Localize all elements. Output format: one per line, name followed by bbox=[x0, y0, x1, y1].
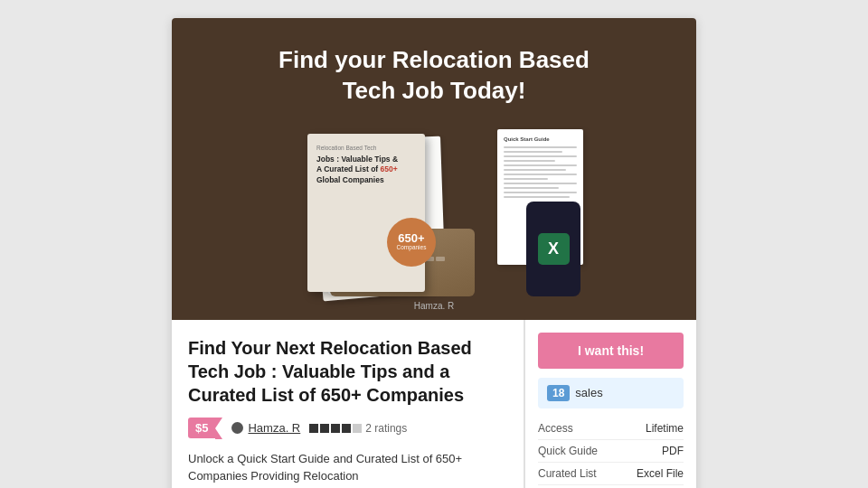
star-3 bbox=[331, 424, 340, 433]
curated-list-value: Excel File bbox=[619, 462, 684, 484]
phone-device: X bbox=[526, 202, 580, 296]
badge-650: 650+ Companies bbox=[387, 218, 436, 267]
quick-guide-row: Quick Guide PDF bbox=[538, 439, 684, 462]
rating-count: 2 ratings bbox=[365, 422, 407, 435]
curated-list-row: Curated List Excel File bbox=[538, 462, 684, 484]
info-table: Access Lifetime Quick Guide PDF Curated … bbox=[538, 418, 684, 485]
hero-section: Find your Relocation Based Tech Job Toda… bbox=[172, 18, 696, 320]
access-value: Lifetime bbox=[619, 418, 684, 440]
product-title: Find Your Next Relocation Based Tech Job… bbox=[188, 336, 507, 407]
price-tag: $5 bbox=[188, 418, 215, 438]
author-link[interactable]: Hamza. R bbox=[248, 421, 300, 435]
access-row: Access Lifetime bbox=[538, 418, 684, 440]
author-info: Hamza. R bbox=[231, 421, 300, 435]
book-cover: Relocation Based Tech Jobs : Valuable Ti… bbox=[307, 134, 425, 292]
hero-title: Find your Relocation Based Tech Job Toda… bbox=[278, 45, 590, 107]
star-5 bbox=[353, 424, 362, 433]
star-4 bbox=[342, 424, 351, 433]
rating-stars bbox=[309, 424, 362, 433]
curated-list-label: Curated List bbox=[538, 462, 619, 484]
access-label: Access bbox=[538, 418, 619, 440]
right-sidebar: I want this! 18 sales Access Lifetime Qu… bbox=[524, 320, 696, 488]
sales-count: 18 bbox=[547, 385, 570, 401]
rating-section: 2 ratings bbox=[309, 422, 407, 435]
sales-badge: 18 sales bbox=[538, 378, 684, 408]
sales-label: sales bbox=[575, 386, 602, 399]
star-1 bbox=[309, 424, 318, 433]
product-description: Unlock a Quick Start Guide and Curated L… bbox=[188, 450, 507, 485]
quick-guide-label: Quick Guide bbox=[538, 439, 619, 462]
excel-icon: X bbox=[538, 233, 570, 265]
meta-row: $5 Hamza. R bbox=[188, 418, 507, 439]
price-tag-arrow bbox=[215, 418, 222, 439]
hero-author: Hamza. R bbox=[414, 301, 454, 311]
cta-button[interactable]: I want this! bbox=[538, 333, 684, 369]
star-2 bbox=[320, 424, 329, 433]
quick-guide-value: PDF bbox=[619, 439, 684, 462]
main-content: Find Your Next Relocation Based Tech Job… bbox=[172, 320, 524, 488]
author-avatar bbox=[231, 422, 243, 434]
